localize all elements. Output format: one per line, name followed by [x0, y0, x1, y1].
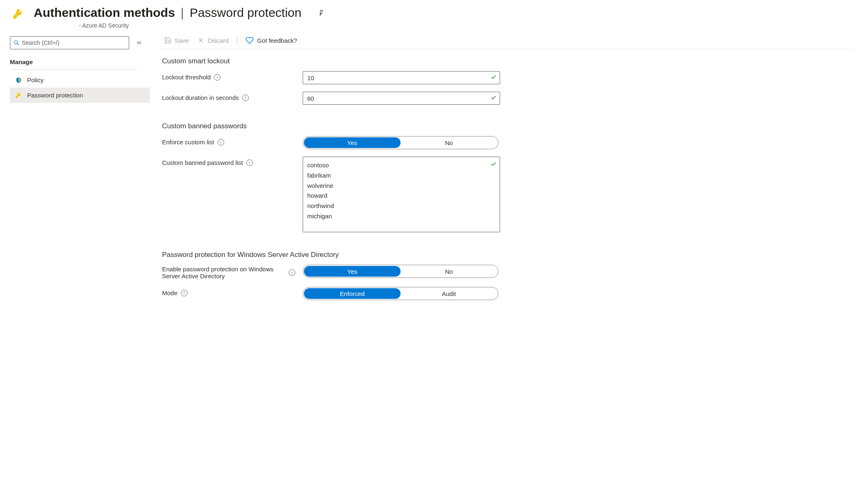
enable-windows-server-toggle[interactable]: Yes No [303, 265, 498, 278]
toggle-option-yes[interactable]: Yes [304, 266, 401, 277]
toggle-option-yes[interactable]: Yes [304, 137, 401, 148]
info-icon[interactable]: i [214, 74, 220, 81]
main-panel: Save Discard Got feedback? Custom smart … [162, 36, 852, 307]
save-button[interactable]: Save [164, 37, 189, 44]
section-smart-lockout: Custom smart lockout [162, 57, 852, 65]
sidebar-divider [10, 69, 137, 70]
sidebar-item-password-protection[interactable]: Password protection [10, 88, 150, 103]
toggle-option-no[interactable]: No [401, 266, 497, 277]
save-icon [164, 37, 171, 44]
feedback-label: Got feedback? [257, 37, 297, 44]
section-windows-server: Password protection for Windows Server A… [162, 251, 852, 259]
policy-icon [15, 77, 22, 83]
label-mode: Mode i [162, 287, 303, 296]
title-sub: Password protection [190, 6, 301, 20]
lockout-threshold-input[interactable] [303, 71, 500, 84]
info-icon[interactable]: i [181, 290, 188, 296]
sidebar-item-label: Password protection [27, 92, 83, 99]
save-label: Save [175, 37, 189, 44]
toggle-option-audit[interactable]: Audit [401, 288, 497, 299]
info-icon[interactable]: i [246, 160, 253, 166]
title-separator: | [179, 6, 185, 20]
svg-line-1 [17, 44, 19, 45]
pin-button[interactable] [317, 9, 324, 16]
label-enforce-custom-list: Enforce custom list i [162, 136, 303, 146]
banned-password-list-textarea[interactable] [303, 157, 500, 232]
section-banned-passwords: Custom banned passwords [162, 122, 852, 130]
label-lockout-duration: Lockout duration in seconds i [162, 92, 303, 101]
sidebar-section-manage: Manage [10, 58, 150, 65]
svg-point-0 [14, 41, 18, 44]
search-icon [14, 40, 19, 46]
heart-icon [246, 36, 254, 44]
discard-label: Discard [208, 37, 229, 44]
search-input[interactable] [22, 39, 125, 46]
lockout-duration-input[interactable] [303, 92, 500, 105]
sidebar-item-label: Policy [27, 76, 44, 83]
search-input-wrap[interactable] [10, 36, 129, 49]
key-icon [10, 6, 26, 20]
toggle-option-no[interactable]: No [401, 137, 497, 148]
toolbar-separator [237, 36, 237, 44]
mode-toggle[interactable]: Enforced Audit [303, 287, 498, 300]
label-banned-password-list: Custom banned password list i [162, 157, 303, 166]
page-title: Authentication methods | Password protec… [34, 6, 324, 20]
sidebar-item-policy[interactable]: Policy [10, 72, 150, 88]
info-icon[interactable]: i [242, 95, 249, 101]
enforce-custom-list-toggle[interactable]: Yes No [303, 136, 498, 149]
page-header: Authentication methods | Password protec… [10, 6, 852, 29]
feedback-button[interactable]: Got feedback? [246, 36, 297, 44]
label-lockout-threshold: Lockout threshold i [162, 71, 303, 81]
key-small-icon [15, 92, 22, 99]
collapse-sidebar-button[interactable] [132, 37, 146, 49]
label-enable-windows-server: Enable password protection on Windows Se… [162, 265, 303, 280]
info-icon[interactable]: i [218, 139, 224, 146]
toolbar: Save Discard Got feedback? [162, 36, 852, 49]
sidebar: Manage Policy Password protection [10, 36, 150, 307]
info-icon[interactable]: i [289, 269, 295, 276]
toggle-option-enforced[interactable]: Enforced [304, 288, 401, 299]
page-subtitle: - Azure AD Security [79, 22, 324, 29]
discard-button[interactable]: Discard [197, 37, 229, 44]
title-main: Authentication methods [34, 6, 175, 20]
discard-icon [197, 37, 204, 44]
